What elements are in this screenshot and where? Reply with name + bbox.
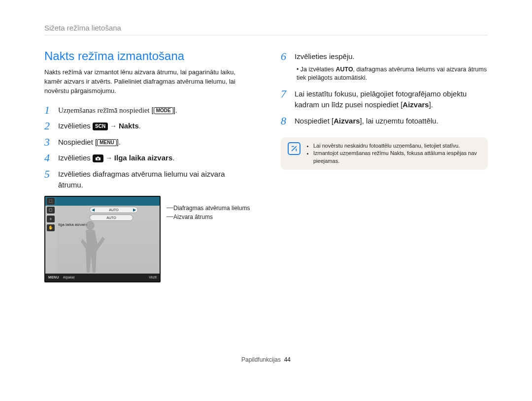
page-title: Nakts režīma izmantošana — [44, 49, 251, 63]
lcd-move-label: Virzīt — [149, 276, 157, 279]
svg-point-3 — [86, 221, 95, 230]
step-number: 4 — [44, 153, 58, 164]
note-box: Lai novērstu neskaidru fotoattēlu uzņemš… — [281, 137, 488, 170]
step-number: 6 — [281, 51, 295, 83]
step-7: 7 Lai iestatītu fokusu, pielāgojiet foto… — [281, 89, 488, 111]
step-number: 2 — [44, 121, 58, 132]
steps-right: 6 Izvēlieties iespēju. Ja izvēlaties AUT… — [281, 51, 488, 126]
step-4: 4 Izvēlieties → Ilga laika aizvars. — [44, 153, 251, 164]
lcd-aperture-pill: ◀ AUTO ▶ — [90, 207, 138, 213]
note-item: Lai novērstu neskaidru fotoattēlu uzņemš… — [313, 142, 481, 150]
note-icon — [288, 142, 300, 155]
lcd-side-icon: ✋ — [47, 224, 55, 231]
step-1: 1 Uzņemšanas režīmā nospiediet [MODE]. — [44, 105, 251, 116]
menu-button-icon: MENU — [97, 139, 116, 146]
lcd-side-icon: ± — [47, 216, 55, 222]
scn-icon: SCN — [93, 123, 108, 130]
intro-text: Nakts režīmā var izmantot lēnu aizvara ā… — [44, 68, 251, 96]
mode-button-icon: MODE — [154, 107, 173, 114]
callout-shutter: Aizvara ātrums — [173, 214, 213, 220]
step-number: 1 — [44, 105, 58, 116]
page-footer: Papildfunkcijas 44 — [44, 356, 488, 363]
lcd-side-icon: ▢ — [47, 207, 55, 214]
chevron-right-icon: ▶ — [133, 208, 136, 212]
breadcrumb: Sižeta režīma lietošana — [44, 24, 488, 32]
lcd-back-label: Atpakaļ — [63, 276, 74, 279]
camera-lcd-mockup: LT ⬚ ▢ ± ✋ ◀ AUTO ▶ AUTO Ilg — [44, 196, 161, 282]
step-number: 8 — [281, 116, 295, 127]
camera-icon — [93, 154, 103, 162]
step-2: 2 Izvēlieties SCN → Nakts. — [44, 121, 251, 132]
lcd-silhouette — [78, 219, 107, 274]
chevron-left-icon: ◀ — [92, 208, 95, 212]
svg-rect-1 — [97, 156, 99, 158]
step-6: 6 Izvēlieties iespēju. Ja izvēlaties AUT… — [281, 51, 488, 83]
right-column: 6 Izvēlieties iespēju. Ja izvēlaties AUT… — [281, 49, 488, 282]
svg-point-2 — [97, 158, 99, 159]
step-number: 3 — [44, 137, 58, 148]
step-5: 5 Izvēlieties diafragmas atvēruma lielum… — [44, 169, 251, 191]
step-3: 3 Nospiediet [MENU]. — [44, 137, 251, 148]
lcd-side-icon: ⬚ — [47, 198, 55, 205]
lcd-menu-label: MENU — [48, 276, 59, 279]
note-item: Izmantojot uzņemšanas režīmu Nakts, foku… — [313, 150, 481, 165]
divider — [44, 35, 488, 35]
left-column: Nakts režīma izmantošana Nakts režīmā va… — [44, 49, 251, 282]
step-8: 8 Nospiediet [Aizvars], lai uzņemtu foto… — [281, 116, 488, 127]
callout-aperture: Diafragmas atvēruma lielums — [173, 205, 250, 212]
step-number: 5 — [44, 169, 58, 191]
steps-left: 1 Uzņemšanas režīmā nospiediet [MODE]. 2… — [44, 105, 251, 191]
step-number: 7 — [281, 89, 295, 111]
